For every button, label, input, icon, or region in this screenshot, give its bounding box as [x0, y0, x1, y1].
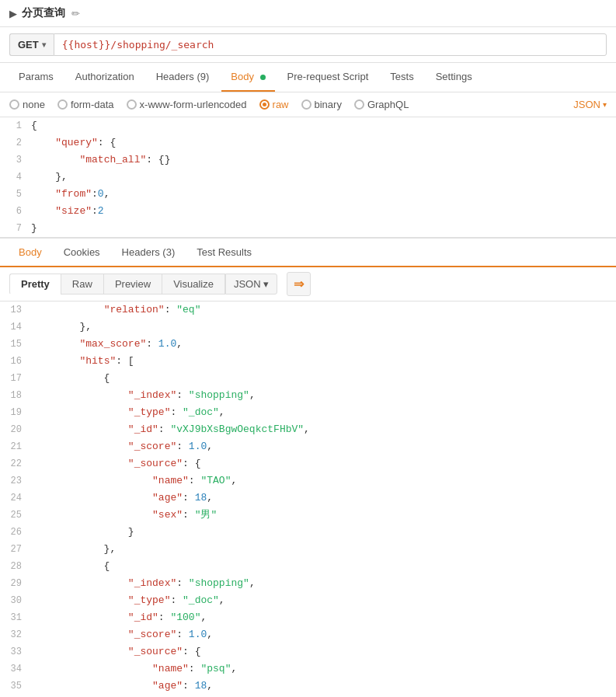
radio-circle-binary	[301, 99, 311, 110]
resp-view-raw[interactable]: Raw	[61, 274, 103, 294]
top-bar: ▶ 分页查询 ✏	[0, 0, 616, 27]
response-code-area: 13 "relation": "eq" 14 }, 15 "max_score"…	[0, 301, 616, 697]
method-dropdown[interactable]: GET ▾	[9, 33, 54, 56]
req-line-1: 1 {	[0, 117, 616, 134]
method-label: GET	[18, 39, 39, 51]
tab-params[interactable]: Params	[9, 63, 63, 92]
resp-view-visualize[interactable]: Visualize	[162, 274, 225, 294]
json-format-label: JSON	[573, 99, 600, 110]
tab-body[interactable]: Body	[221, 63, 274, 92]
resp-line-18: 18 "_index": "shopping",	[0, 387, 616, 404]
resp-line-34: 34 "name": "psq",	[0, 660, 616, 678]
resp-line-32: 32 "_score": 1.0,	[0, 626, 616, 643]
url-bar: GET ▾	[0, 27, 616, 63]
radio-urlencoded-label: x-www-form-urlencoded	[140, 99, 247, 110]
resp-format-arrow-icon: ▾	[263, 278, 269, 290]
response-tab-cookies[interactable]: Cookies	[54, 239, 110, 267]
resp-wrap-button[interactable]: ⇒	[287, 272, 311, 296]
req-line-7: 7 }	[0, 220, 616, 237]
tab-settings[interactable]: Settings	[426, 63, 482, 92]
response-tab-body[interactable]: Body	[9, 239, 51, 267]
tab-headers[interactable]: Headers (9)	[147, 63, 219, 92]
request-tabs: Params Authorization Headers (9) Body Pr…	[0, 63, 616, 92]
resp-line-26: 26 }	[0, 524, 616, 541]
json-format-arrow-icon: ▾	[603, 100, 607, 109]
resp-format-label: JSON	[234, 278, 261, 290]
req-line-4: 4 },	[0, 169, 616, 186]
req-line-6: 6 "size":2	[0, 203, 616, 220]
tab-pre-request[interactable]: Pre-request Script	[278, 63, 378, 92]
radio-raw-label: raw	[273, 99, 289, 110]
resp-line-27: 27 },	[0, 541, 616, 558]
radio-none[interactable]: none	[9, 99, 45, 110]
radio-circle-form-data	[57, 99, 68, 110]
resp-line-35: 35 "age": 18,	[0, 678, 616, 695]
resp-line-31: 31 "_id": "100",	[0, 609, 616, 626]
method-chevron-icon: ▾	[42, 40, 46, 49]
resp-line-33: 33 "_source": {	[0, 643, 616, 660]
url-input[interactable]	[54, 33, 607, 56]
radio-circle-raw	[259, 99, 270, 110]
resp-view-pretty[interactable]: Pretty	[9, 274, 61, 294]
response-toolbar: Pretty Raw Preview Visualize JSON ▾ ⇒	[0, 267, 616, 301]
req-line-2: 2 "query": {	[0, 134, 616, 152]
resp-line-23: 23 "name": "TAO",	[0, 472, 616, 490]
json-format-dropdown[interactable]: JSON ▾	[573, 99, 607, 110]
radio-form-data-label: form-data	[71, 99, 114, 110]
radio-binary-label: binary	[315, 99, 342, 110]
response-tabs: Body Cookies Headers (3) Test Results	[0, 239, 616, 267]
resp-line-15: 15 "max_score": 1.0,	[0, 336, 616, 353]
radio-none-label: none	[23, 99, 45, 110]
resp-line-22: 22 "_source": {	[0, 455, 616, 472]
request-body-editor[interactable]: 1 { 2 "query": { 3 "match_all": {} 4 }, …	[0, 117, 616, 239]
req-line-5: 5 "from":0,	[0, 186, 616, 203]
radio-circle-urlencoded	[127, 99, 137, 110]
resp-line-13: 13 "relation": "eq"	[0, 301, 616, 319]
response-body-container: 13 "relation": "eq" 14 }, 15 "max_score"…	[0, 301, 616, 697]
resp-line-14: 14 },	[0, 319, 616, 336]
tab-tests[interactable]: Tests	[381, 63, 423, 92]
radio-urlencoded[interactable]: x-www-form-urlencoded	[127, 99, 247, 110]
resp-line-20: 20 "_id": "vXJ9bXsBgwOeqkctFHbV",	[0, 421, 616, 438]
resp-line-28: 28 {	[0, 558, 616, 575]
resp-line-30: 30 "_type": "_doc",	[0, 592, 616, 609]
radio-raw[interactable]: raw	[259, 99, 289, 110]
collapse-arrow[interactable]: ▶	[9, 8, 17, 19]
body-type-row: none form-data x-www-form-urlencoded raw…	[0, 92, 616, 117]
radio-graphql[interactable]: GraphQL	[354, 99, 409, 110]
req-line-3: 3 "match_all": {}	[0, 152, 616, 169]
response-tab-headers[interactable]: Headers (3)	[113, 239, 185, 267]
radio-binary[interactable]: binary	[301, 99, 342, 110]
radio-circle-graphql	[354, 99, 364, 110]
resp-line-17: 17 {	[0, 370, 616, 387]
radio-form-data[interactable]: form-data	[57, 99, 114, 110]
resp-line-21: 21 "_score": 1.0,	[0, 438, 616, 455]
resp-format-dropdown[interactable]: JSON ▾	[225, 274, 277, 294]
tab-authorization[interactable]: Authorization	[66, 63, 144, 92]
response-tab-test-results[interactable]: Test Results	[187, 239, 261, 267]
body-dot-indicator	[260, 75, 266, 80]
resp-line-25: 25 "sex": "男"	[0, 507, 616, 524]
resp-line-16: 16 "hits": [	[0, 353, 616, 370]
resp-line-29: 29 "_index": "shopping",	[0, 575, 616, 592]
resp-view-preview[interactable]: Preview	[103, 274, 162, 294]
page-title: 分页查询	[22, 6, 65, 20]
edit-icon[interactable]: ✏	[71, 8, 80, 19]
resp-line-19: 19 "_type": "_doc",	[0, 404, 616, 421]
radio-circle-none	[9, 99, 19, 110]
resp-line-24: 24 "age": 18,	[0, 490, 616, 507]
radio-graphql-label: GraphQL	[367, 99, 409, 110]
